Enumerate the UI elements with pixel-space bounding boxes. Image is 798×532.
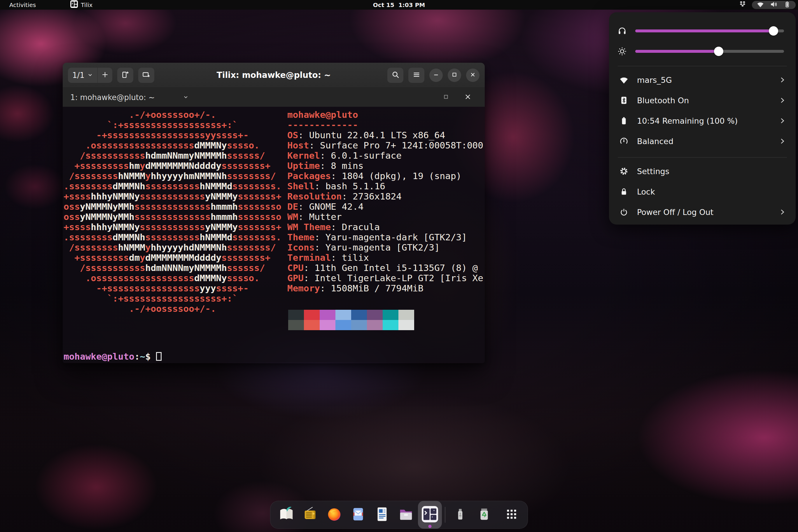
brightness-slider-knob[interactable] <box>714 47 723 56</box>
files-folder-icon <box>398 506 415 524</box>
split-right-icon <box>121 71 129 80</box>
menu-item-power-profile[interactable]: Balanced <box>616 131 788 151</box>
chevron-right-icon <box>778 76 786 84</box>
trash-icon <box>476 506 493 524</box>
shell-prompt: mohawke@pluto:~$ <box>63 352 162 362</box>
search-button[interactable] <box>387 68 403 83</box>
headerbar-actions <box>387 68 479 83</box>
brightness-slider-fill <box>635 50 719 53</box>
brightness-icon <box>616 47 628 56</box>
clock-button[interactable]: Oct 15 1:03 PM <box>371 1 427 9</box>
system-status-area[interactable] <box>752 1 796 9</box>
wifi-network-label: mars_5G <box>637 76 672 84</box>
menu-item-bluetooth[interactable]: Bluetooth On <box>616 90 788 111</box>
bluetooth-icon <box>618 96 629 104</box>
brightness-slider-row <box>616 43 788 60</box>
menu-divider <box>618 157 787 157</box>
dock-item-usb-drive[interactable] <box>448 501 472 529</box>
dock-item-mail[interactable] <box>346 501 370 529</box>
hamburger-menu-icon <box>413 71 421 80</box>
tilix-app-icon <box>70 0 78 10</box>
desktop: Activities Tilix Oct 15 1:03 PM <box>0 0 798 532</box>
window-title: Tilix: mohawke@pluto: ~ <box>217 70 331 80</box>
dock-item-book-reader[interactable] <box>274 501 298 529</box>
chevron-right-icon <box>778 117 786 125</box>
new-session-button[interactable] <box>98 68 112 83</box>
mail-icon <box>350 506 367 524</box>
tilix-window: 1/1 <box>63 63 485 363</box>
maximize-terminal-icon <box>443 94 449 101</box>
power-off-label: Power Off / Log Out <box>637 208 714 217</box>
chevron-right-icon <box>778 96 786 104</box>
terminal-tab[interactable]: 1: mohawke@pluto: ~ <box>70 84 189 111</box>
chevron-right-icon <box>778 208 786 216</box>
neofetch-color-palette <box>288 310 414 330</box>
chevron-down-icon <box>87 71 93 80</box>
activities-button[interactable]: Activities <box>7 1 38 9</box>
focused-app-indicator[interactable]: Tilix <box>70 0 93 10</box>
split-down-icon <box>142 71 150 80</box>
dock <box>270 501 528 529</box>
radio-icon <box>302 506 319 524</box>
minimize-button[interactable] <box>429 69 443 82</box>
session-indicator: 1/1 <box>72 71 84 80</box>
volume-slider-row <box>616 22 788 40</box>
app-grid-icon <box>504 507 519 523</box>
dropbox-icon[interactable] <box>739 1 746 9</box>
close-button[interactable] <box>466 69 479 82</box>
usb-drive-icon <box>452 506 469 524</box>
dock-item-trash[interactable] <box>472 501 496 529</box>
app-menu-button[interactable] <box>408 68 424 83</box>
dock-item-libreoffice-writer[interactable] <box>370 501 394 529</box>
menu-item-settings[interactable]: Settings <box>616 161 788 182</box>
maximize-button[interactable] <box>448 69 461 82</box>
neofetch-ascii-logo: .-/+oossssoo+/-. `:+ssssssssssssssssss+:… <box>63 110 282 314</box>
minimize-icon <box>433 72 439 79</box>
split-terminal-right-button[interactable] <box>117 68 133 83</box>
chevron-down-icon <box>159 84 189 111</box>
battery-status-label: 10:54 Remaining (100 %) <box>637 116 738 126</box>
terminal-content[interactable]: .-/+oossssoo+/-. `:+ssssssssssssssssss+:… <box>63 107 485 363</box>
dock-item-firefox[interactable] <box>322 501 346 529</box>
lock-label: Lock <box>637 187 655 196</box>
split-terminal-down-button[interactable] <box>138 68 154 83</box>
volume-slider-fill <box>635 30 774 32</box>
terminal-tab-label: 1: mohawke@pluto: ~ <box>70 93 155 102</box>
bluetooth-status-label: Bluetooth On <box>637 96 689 105</box>
volume-icon <box>770 1 778 9</box>
prompt-user-host: mohawke@pluto <box>63 351 134 362</box>
brightness-slider[interactable] <box>635 50 784 53</box>
volume-slider[interactable] <box>635 30 784 32</box>
menu-item-wifi[interactable]: mars_5G <box>616 70 788 90</box>
close-terminal-button[interactable] <box>462 93 473 101</box>
session-selector-button[interactable]: 1/1 <box>68 68 98 83</box>
menu-divider <box>618 66 787 66</box>
menu-item-battery[interactable]: 10:54 Remaining (100 %) <box>616 111 788 131</box>
settings-label: Settings <box>637 167 669 176</box>
chevron-right-icon <box>778 137 786 145</box>
settings-gear-icon <box>618 167 629 176</box>
terminal-tab-bar: 1: mohawke@pluto: ~ <box>63 88 485 107</box>
terminal-cursor <box>156 352 162 361</box>
prompt-symbol: $ <box>145 351 156 362</box>
menu-item-lock[interactable]: Lock <box>616 182 788 202</box>
power-profile-icon <box>618 137 629 146</box>
wifi-icon <box>618 76 629 84</box>
maximize-terminal-button[interactable] <box>441 93 451 101</box>
firefox-icon <box>326 506 343 524</box>
dock-item-files[interactable] <box>394 501 418 529</box>
menu-item-power-off[interactable]: Power Off / Log Out <box>616 202 788 222</box>
tilix-icon <box>422 506 438 524</box>
power-profile-label: Balanced <box>637 137 673 146</box>
volume-slider-knob[interactable] <box>769 26 778 36</box>
book-reader-icon <box>278 506 295 524</box>
top-bar: Activities Tilix Oct 15 1:03 PM <box>0 0 798 10</box>
dock-item-app-grid[interactable] <box>500 501 524 529</box>
dock-item-tilix[interactable] <box>418 501 442 529</box>
tilix-headerbar: 1/1 <box>63 63 485 88</box>
dock-item-radio[interactable] <box>298 501 322 529</box>
search-icon <box>392 71 400 80</box>
dock-separator <box>445 507 445 522</box>
libreoffice-writer-icon <box>374 506 391 524</box>
plus-icon <box>101 71 109 79</box>
